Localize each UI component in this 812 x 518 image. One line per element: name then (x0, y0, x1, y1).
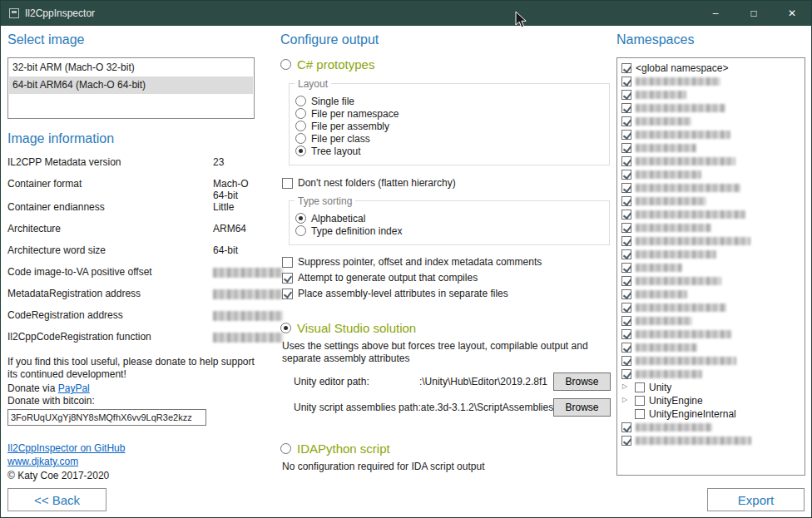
checkbox-icon[interactable] (621, 303, 631, 313)
layout-groupbox: Layout Single fileFile per namespaceFile… (289, 83, 610, 165)
radio-option[interactable]: File per namespace (295, 107, 601, 120)
radio-option[interactable]: File per assembly (295, 120, 601, 132)
namespace-item[interactable] (621, 288, 803, 301)
image-list-item[interactable]: 64-bit ARM64 (Mach-O 64-bit) (9, 76, 253, 94)
export-button[interactable]: Export (707, 488, 805, 511)
checkbox-icon[interactable] (621, 196, 631, 206)
namespace-item[interactable] (621, 195, 803, 208)
checkbox-icon[interactable] (621, 289, 631, 299)
radio-option[interactable]: Alphabetical (295, 212, 601, 224)
checkbox-option[interactable]: Don't nest folders (flatten hierarchy) (282, 177, 611, 189)
donate-bitcoin-label: Donate with bitcoin: (7, 395, 255, 407)
checkbox-icon[interactable] (621, 183, 631, 193)
checkbox-icon[interactable] (621, 103, 631, 113)
namespace-item[interactable] (621, 128, 803, 141)
namespace-item[interactable] (621, 354, 803, 368)
checkbox-icon[interactable] (621, 170, 631, 180)
bitcoin-address-input[interactable] (7, 409, 206, 426)
checkbox-icon[interactable] (621, 210, 631, 220)
checkbox-icon[interactable] (621, 343, 631, 353)
checkbox-icon[interactable] (621, 422, 631, 432)
namespace-item[interactable] (621, 141, 803, 155)
checkbox-icon[interactable] (621, 143, 631, 153)
checkbox-icon[interactable] (621, 369, 631, 379)
namespace-item[interactable]: UnityEngine (621, 394, 803, 407)
paypal-link[interactable]: PayPal (58, 382, 90, 394)
title-bar[interactable]: Il2CppInspector – □ ✕ (1, 1, 811, 26)
window-title: Il2CppInspector (25, 7, 95, 19)
namespace-item[interactable] (621, 248, 803, 261)
namespace-item[interactable] (621, 341, 803, 354)
radio-option[interactable]: Type definition index (295, 224, 601, 237)
checkbox-icon[interactable] (621, 236, 631, 246)
browse-script-button[interactable]: Browse (553, 398, 611, 417)
checkbox-option[interactable]: Suppress pointer, offset and index metad… (282, 256, 611, 268)
namespace-item[interactable] (621, 434, 803, 447)
namespace-item[interactable] (621, 328, 803, 341)
checkbox-option[interactable]: Attempt to generate output that compiles (282, 272, 611, 284)
namespace-item[interactable]: UnityEngineInternal (621, 407, 803, 421)
close-button[interactable]: ✕ (773, 1, 811, 26)
radio-option[interactable]: File per class (295, 132, 601, 145)
namespace-item[interactable] (621, 261, 803, 274)
idapython-radio[interactable]: IDAPython script (280, 442, 611, 456)
checkbox-icon[interactable] (635, 409, 645, 419)
checkbox-option[interactable]: Place assembly-level attributes in separ… (282, 288, 611, 299)
visual-studio-radio[interactable]: Visual Studio solution (280, 321, 611, 335)
select-image-heading: Select image (7, 32, 255, 47)
redacted-namespace (636, 357, 736, 365)
github-link[interactable]: Il2CppInspector on GitHub (7, 442, 125, 454)
namespace-item[interactable] (621, 208, 803, 221)
namespace-item[interactable]: Unity (621, 381, 803, 394)
csharp-prototypes-radio[interactable]: C# prototypes (280, 57, 611, 72)
maximize-button[interactable]: □ (735, 1, 773, 26)
checkbox-icon[interactable] (621, 276, 631, 286)
namespace-item[interactable]: <global namespace> (621, 62, 803, 75)
image-listbox[interactable]: 32-bit ARM (Mach-O 32-bit)64-bit ARM64 (… (7, 57, 255, 119)
namespace-item[interactable] (621, 301, 803, 314)
namespace-item[interactable] (621, 181, 803, 195)
redacted-namespace (636, 370, 702, 378)
image-list-item[interactable]: 32-bit ARM (Mach-O 32-bit) (9, 59, 253, 76)
namespace-item[interactable] (621, 421, 803, 434)
unity-script-path-value[interactable]: ate.3d-3.1.2\ScriptAssemblies (421, 402, 553, 413)
minimize-button[interactable]: – (696, 1, 735, 26)
expander-icon[interactable] (621, 394, 631, 407)
namespace-item[interactable] (621, 155, 803, 168)
namespace-item[interactable] (621, 75, 803, 88)
checkbox-icon[interactable] (621, 116, 631, 126)
checkbox-icon[interactable] (621, 90, 631, 100)
website-link[interactable]: www.djkaty.com (7, 456, 78, 467)
namespaces-tree[interactable]: <global namespace>UnityUnityEngineUnityE… (616, 57, 805, 476)
checkbox-icon[interactable] (621, 63, 631, 73)
checkbox-icon (282, 289, 293, 299)
namespace-item[interactable] (621, 88, 803, 101)
checkbox-icon[interactable] (621, 76, 631, 86)
namespace-item[interactable] (621, 314, 803, 328)
radio-icon (295, 213, 306, 224)
back-button[interactable]: << Back (7, 488, 106, 511)
checkbox-icon[interactable] (621, 223, 631, 233)
namespace-item[interactable] (621, 368, 803, 381)
namespace-item[interactable] (621, 115, 803, 128)
radio-option[interactable]: Tree layout (295, 145, 601, 157)
radio-option[interactable]: Single file (295, 95, 601, 107)
browse-editor-button[interactable]: Browse (553, 372, 611, 391)
expander-icon[interactable] (621, 381, 631, 394)
checkbox-icon[interactable] (621, 436, 631, 446)
checkbox-icon[interactable] (621, 130, 631, 140)
checkbox-icon[interactable] (621, 329, 631, 339)
checkbox-icon[interactable] (621, 356, 631, 366)
unity-editor-path-value[interactable]: :\Unity\Hub\Editor\2019.2.8f1 (369, 376, 553, 387)
checkbox-icon[interactable] (621, 156, 631, 166)
checkbox-icon[interactable] (621, 316, 631, 326)
checkbox-icon[interactable] (621, 249, 631, 259)
namespace-item[interactable] (621, 234, 803, 248)
namespace-item[interactable] (621, 221, 803, 234)
checkbox-icon[interactable] (621, 263, 631, 273)
checkbox-icon[interactable] (635, 382, 645, 392)
namespace-item[interactable] (621, 168, 803, 181)
namespace-item[interactable] (621, 274, 803, 288)
namespace-item[interactable] (621, 101, 803, 115)
checkbox-icon[interactable] (635, 396, 645, 406)
